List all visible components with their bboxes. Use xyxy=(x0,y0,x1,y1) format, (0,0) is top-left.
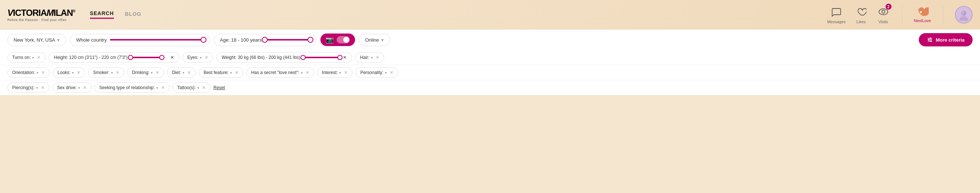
photo-toggle[interactable]: 📷 xyxy=(320,33,355,46)
sex-drive-chevron[interactable]: ▾ xyxy=(78,86,80,90)
seeking-relationship-chevron[interactable]: ▾ xyxy=(156,86,158,90)
looks-close[interactable]: ✕ xyxy=(77,70,80,75)
weight-filter[interactable]: Weight: 30 kg (66 lbs) - 200 kg (441 lbs… xyxy=(216,52,352,63)
smoker-filter[interactable]: Smoker: ▾ ✕ xyxy=(88,67,124,78)
tattoo-close[interactable]: ✕ xyxy=(202,85,206,90)
smoker-close[interactable]: ✕ xyxy=(116,70,119,75)
orientation-filter[interactable]: Orientation: ▾ ✕ xyxy=(7,67,50,78)
drinking-chevron[interactable]: ▾ xyxy=(151,71,153,75)
location-value: New York, NY, USA xyxy=(14,37,55,43)
age-track[interactable] xyxy=(265,39,311,41)
height-thumb-left[interactable] xyxy=(128,55,133,60)
personality-close[interactable]: ✕ xyxy=(390,70,393,75)
location-chevron: ▾ xyxy=(57,37,60,43)
weight-thumb-left[interactable] xyxy=(301,55,305,60)
toggle-knob xyxy=(343,37,349,43)
nav-search[interactable]: SEARCH xyxy=(90,10,114,19)
best-feature-filter[interactable]: Best feature: ▾ ✕ xyxy=(199,67,243,78)
next-love-button[interactable]: ♥ NextLove xyxy=(914,6,931,23)
svg-text:♥: ♥ xyxy=(920,9,922,15)
drinking-filter[interactable]: Drinking: ▾ ✕ xyxy=(127,67,164,78)
height-close[interactable]: ✕ xyxy=(170,55,174,60)
diet-close[interactable]: ✕ xyxy=(187,70,191,75)
hair-chevron[interactable]: ▾ xyxy=(371,55,373,60)
height-filter[interactable]: Height: 120 cm (3'11") - 220 cm (7'3") ✕ xyxy=(48,52,180,63)
looks-label: Looks: xyxy=(57,70,70,75)
age-thumb-left[interactable] xyxy=(262,37,268,43)
avatar[interactable]: ! xyxy=(955,6,973,24)
likes-label: Likes xyxy=(856,19,866,24)
interest-label: Interest: xyxy=(322,70,338,75)
weight-thumb-right[interactable] xyxy=(337,55,342,60)
svg-point-10 xyxy=(930,41,932,42)
reset-button[interactable]: Reset xyxy=(213,85,225,90)
piercing-chevron[interactable]: ▾ xyxy=(36,86,38,90)
weight-close[interactable]: ✕ xyxy=(343,55,347,60)
weight-track[interactable] xyxy=(303,57,340,58)
nav-blog[interactable]: BLOG xyxy=(125,11,141,18)
svg-point-0 xyxy=(879,9,888,15)
svg-text:!: ! xyxy=(962,11,963,16)
seeking-relationship-filter[interactable]: Seeking type of relationship: ▾ ✕ xyxy=(94,82,170,93)
distance-label: Whole country xyxy=(76,37,107,43)
next-love-label: NextLove xyxy=(914,18,931,23)
eyes-close[interactable]: ✕ xyxy=(205,55,208,60)
diet-filter[interactable]: Diet: ▾ ✕ xyxy=(167,67,196,78)
turns-on-filter[interactable]: Turns on: ▾ ✕ xyxy=(7,52,45,63)
orientation-chevron[interactable]: ▾ xyxy=(37,71,38,75)
tattoo-chevron[interactable]: ▾ xyxy=(197,86,199,90)
personality-label: Personality: xyxy=(360,70,383,75)
distance-slider-pill[interactable]: Whole country xyxy=(70,34,210,46)
messages-icon xyxy=(830,5,843,18)
height-track[interactable] xyxy=(130,57,167,58)
looks-chevron[interactable]: ▾ xyxy=(72,71,74,75)
distance-thumb-right[interactable] xyxy=(200,37,207,43)
online-select[interactable]: Online ▾ xyxy=(359,34,390,46)
weight-fill xyxy=(303,57,340,58)
distance-fill xyxy=(110,39,204,41)
age-slider-pill[interactable]: Age: 18 - 100 years xyxy=(213,34,317,46)
turns-on-close[interactable]: ✕ xyxy=(37,55,41,60)
logo[interactable]: VICTORIAMILAN® Relive the Passion · Find… xyxy=(7,8,75,22)
messages-icon-group[interactable]: Messages xyxy=(827,5,845,24)
eyes-label: Eyes: xyxy=(187,55,198,60)
piercing-close[interactable]: ✕ xyxy=(41,85,45,90)
photo-toggle-switch[interactable] xyxy=(337,36,350,43)
smoker-chevron[interactable]: ▾ xyxy=(111,71,113,75)
location-select[interactable]: New York, NY, USA ▾ xyxy=(7,34,66,46)
interest-filter[interactable]: Interest: ▾ ✕ xyxy=(317,67,353,78)
sex-drive-close[interactable]: ✕ xyxy=(83,85,87,90)
eyes-chevron[interactable]: ▾ xyxy=(200,55,202,60)
height-thumb-right[interactable] xyxy=(159,55,164,60)
diet-chevron[interactable]: ▾ xyxy=(183,71,185,75)
more-criteria-button[interactable]: More criteria xyxy=(919,33,973,46)
sex-drive-filter[interactable]: Sex drive: ▾ ✕ xyxy=(52,82,91,93)
orientation-close[interactable]: ✕ xyxy=(41,70,45,75)
main-search-row: New York, NY, USA ▾ Whole country Age: 1… xyxy=(0,30,980,50)
drinking-close[interactable]: ✕ xyxy=(156,70,159,75)
camera-icon: 📷 xyxy=(326,36,334,44)
best-feature-chevron[interactable]: ▾ xyxy=(230,71,232,75)
turns-on-chevron[interactable]: ▾ xyxy=(32,55,34,60)
piercing-filter[interactable]: Piercing(s): ▾ ✕ xyxy=(7,82,49,93)
love-nest-close[interactable]: ✕ xyxy=(305,70,309,75)
distance-track[interactable] xyxy=(110,39,204,41)
interest-close[interactable]: ✕ xyxy=(344,70,348,75)
love-nest-chevron[interactable]: ▾ xyxy=(301,71,303,75)
eyes-filter[interactable]: Eyes: ▾ ✕ xyxy=(183,52,213,63)
visits-icon-group[interactable]: 2 Visits xyxy=(877,5,890,24)
interest-chevron[interactable]: ▾ xyxy=(339,71,341,75)
looks-filter[interactable]: Looks: ▾ ✕ xyxy=(53,67,85,78)
piercing-label: Piercing(s): xyxy=(12,85,35,90)
personality-chevron[interactable]: ▾ xyxy=(385,71,387,75)
hair-close[interactable]: ✕ xyxy=(376,55,379,60)
orientation-label: Orientation: xyxy=(12,70,35,75)
age-thumb-right[interactable] xyxy=(307,37,313,43)
love-nest-filter[interactable]: Has a secret "love nest": ▾ ✕ xyxy=(246,67,314,78)
seeking-relationship-close[interactable]: ✕ xyxy=(161,85,165,90)
best-feature-close[interactable]: ✕ xyxy=(235,70,239,75)
hair-filter[interactable]: Hair: ▾ ✕ xyxy=(355,52,384,63)
personality-filter[interactable]: Personality: ▾ ✕ xyxy=(355,67,398,78)
likes-icon-group[interactable]: Likes xyxy=(854,5,868,24)
tattoo-filter[interactable]: Tattoo(s): ▾ ✕ xyxy=(173,82,210,93)
